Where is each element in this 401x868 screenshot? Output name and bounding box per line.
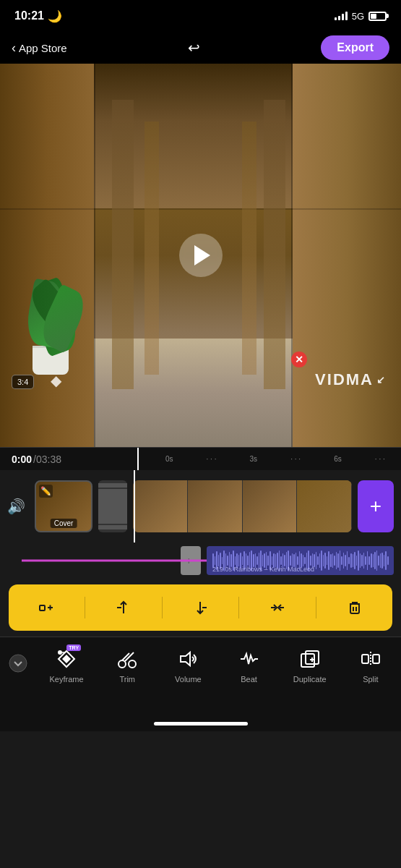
svg-point-15 xyxy=(58,650,62,655)
arrow-line xyxy=(22,560,235,562)
duplicate-icon xyxy=(297,646,323,672)
film-clip[interactable] xyxy=(98,480,127,532)
delete-button[interactable] xyxy=(340,593,369,622)
current-time: 0:00 xyxy=(12,454,32,465)
back-button[interactable]: ‹ App Store xyxy=(12,41,67,56)
add-effect-button[interactable]: ◆ xyxy=(51,372,61,389)
play-button[interactable] xyxy=(179,234,223,277)
collapse-icon xyxy=(8,653,28,673)
svg-rect-9 xyxy=(350,604,359,613)
home-indicator xyxy=(154,722,248,726)
video-track[interactable] xyxy=(133,480,352,532)
undo-button[interactable]: ↩ xyxy=(188,39,200,56)
nav-bar: ‹ App Store ↩ Export xyxy=(0,32,401,64)
remove-watermark-button[interactable]: ✕ xyxy=(291,352,307,367)
volume-label: Volume xyxy=(175,675,202,684)
ruler-0s: 0s xyxy=(148,455,190,463)
video-preview: 3:4 ◆ ✕ VIDMA ↙ xyxy=(0,64,401,447)
svg-rect-27 xyxy=(373,655,379,663)
split-end-button[interactable] xyxy=(186,593,215,622)
add-clip-button[interactable]: + xyxy=(358,480,394,532)
delete-icon xyxy=(347,600,363,616)
beat-icon xyxy=(236,646,262,672)
moon-icon: 🌙 xyxy=(48,9,62,23)
export-button[interactable]: Export xyxy=(321,35,389,60)
add-segment-icon xyxy=(38,600,54,616)
status-bar: 10:21 🌙 5G xyxy=(0,0,401,32)
audio-track-row: ⊢ xyxy=(0,542,401,579)
chevron-left-icon: ‹ xyxy=(12,41,16,56)
track-area: 🔊 ✏️ Cover + xyxy=(0,470,401,542)
play-icon xyxy=(194,245,210,265)
nav-item-keyframe[interactable]: TRY Keyframe xyxy=(45,646,88,684)
network-label: 5G xyxy=(352,11,364,22)
aspect-ratio-badge[interactable]: 3:4 xyxy=(12,375,34,389)
ruler-3s: 3s xyxy=(233,455,275,463)
status-right: 5G xyxy=(335,11,387,22)
bottom-nav: TRY Keyframe Trim xyxy=(0,637,401,716)
trim-label: Trim xyxy=(119,675,135,684)
adjust-audio-icon xyxy=(270,600,285,616)
nav-item-duplicate[interactable]: Duplicate xyxy=(288,646,332,684)
svg-marker-14 xyxy=(62,655,71,663)
back-label: App Store xyxy=(19,42,67,54)
split-start-button[interactable] xyxy=(109,593,138,622)
audio-track-label: 219.0s Rainbows – Kevin MacLeod xyxy=(212,566,314,573)
split-start-icon xyxy=(116,600,131,616)
ruler-6s: 6s xyxy=(316,455,358,463)
svg-rect-0 xyxy=(40,605,45,610)
duplicate-label: Duplicate xyxy=(293,675,327,684)
svg-point-18 xyxy=(129,660,136,668)
total-time: /03:38 xyxy=(33,454,61,465)
nav-item-trim[interactable]: Trim xyxy=(105,646,149,684)
trim-icon xyxy=(114,646,140,672)
ruler-dot2: · · · xyxy=(275,455,316,463)
audio-track[interactable]: 219.0s Rainbows – Kevin MacLeod xyxy=(207,546,394,575)
timeline-playhead xyxy=(134,470,135,542)
try-badge: TRY xyxy=(66,644,81,651)
svg-point-17 xyxy=(118,660,126,668)
svg-point-12 xyxy=(9,655,27,672)
signal-icon xyxy=(335,12,348,20)
vidma-watermark: VIDMA ↙ xyxy=(315,370,387,389)
video-clip-thumbnail[interactable]: ✏️ Cover xyxy=(35,480,92,532)
timeline-container: 0:00 /03:38 0s · · · 3s · · · 6s · · · 🔊… xyxy=(0,447,401,579)
ruler-playhead-line xyxy=(137,448,139,471)
track-volume-icon[interactable]: 🔊 xyxy=(7,498,29,515)
collapse-button[interactable] xyxy=(0,646,36,673)
status-time: 10:21 🌙 xyxy=(14,9,62,23)
nav-item-split[interactable]: Split xyxy=(349,646,392,684)
ruler-marks: 0s · · · 3s · · · 6s · · · xyxy=(148,448,401,470)
adjust-audio-button[interactable] xyxy=(263,593,292,622)
nav-items: TRY Keyframe Trim xyxy=(36,646,401,684)
svg-rect-26 xyxy=(362,655,368,663)
beat-label: Beat xyxy=(241,675,257,684)
edit-toolbar xyxy=(9,584,392,631)
keyframe-label: Keyframe xyxy=(50,675,84,684)
battery-icon xyxy=(368,12,387,21)
time-ruler: 0:00 /03:38 0s · · · 3s · · · 6s · · · xyxy=(0,447,401,470)
split-icon xyxy=(358,646,384,672)
svg-marker-21 xyxy=(181,652,190,665)
clip-label: Cover xyxy=(51,519,77,528)
plant-decoration xyxy=(14,266,87,375)
keyframe-icon: TRY xyxy=(53,646,79,672)
nav-item-volume[interactable]: Volume xyxy=(166,646,210,684)
time-display: 10:21 xyxy=(14,9,44,22)
add-segment-button[interactable] xyxy=(32,593,61,622)
split-end-icon xyxy=(192,600,208,616)
svg-line-20 xyxy=(122,653,129,660)
ruler-dot: · · · xyxy=(190,455,232,463)
clip-edit-icon: ✏️ xyxy=(39,485,53,498)
split-label: Split xyxy=(363,675,378,684)
nav-item-beat[interactable]: Beat xyxy=(228,646,271,684)
ruler-dot3: · · · xyxy=(359,455,401,463)
audio-handle[interactable]: ⊢ xyxy=(181,546,201,575)
volume-nav-icon xyxy=(175,646,201,672)
